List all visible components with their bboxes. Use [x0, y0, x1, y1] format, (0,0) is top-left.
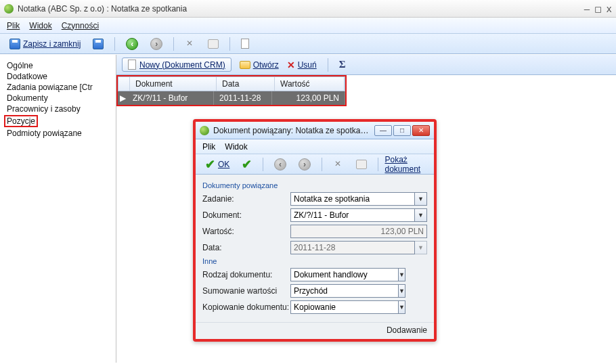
arrow-left-icon: ‹ [126, 38, 138, 50]
data-input [290, 241, 415, 254]
dialog-menu-plik[interactable]: Plik [202, 142, 215, 152]
menu-czynnosci[interactable]: Czynności [62, 21, 99, 30]
close-button[interactable]: x [607, 3, 612, 14]
content: Nowy (Dokument CRM) Otwórz ✕ Usuń Σ Doku… [116, 55, 616, 363]
table-row[interactable]: ▶ ZK/?/11 - Bufor 2011-11-28 123,00 PLN [116, 91, 347, 106]
menu-plik[interactable]: Plik [7, 21, 20, 30]
col-marker [118, 77, 130, 91]
menu-widok[interactable]: Widok [29, 21, 51, 30]
arrow-right-icon: › [299, 158, 311, 170]
dialog-title: Dokument powiązany: Notatka ze spotkan..… [213, 126, 370, 135]
sidebar-item-pracownicy[interactable]: Pracownicy i zasoby [7, 104, 109, 114]
app-icon [200, 126, 209, 135]
delete-icon: ✕ [287, 60, 295, 70]
minimize-button[interactable]: — [584, 3, 590, 14]
save-close-label: Zapisz i zamknij [23, 39, 81, 49]
zadanie-input[interactable] [290, 192, 415, 206]
col-wartosc[interactable]: Wartość [275, 77, 345, 91]
sumowanie-input[interactable] [290, 284, 399, 298]
dialog-menu-widok[interactable]: Widok [225, 142, 247, 152]
col-data[interactable]: Data [217, 77, 275, 91]
tools-button[interactable] [329, 158, 348, 171]
sidebar-item-ogolne[interactable]: Ogólne [7, 60, 109, 71]
dokument-dropdown[interactable]: ▼ [415, 208, 427, 222]
label-zadanie: Zadanie: [202, 194, 290, 204]
kopiowanie-input[interactable] [290, 300, 399, 314]
row-rodzaj: Rodzaj dokumentu: ▼ [202, 268, 427, 281]
save-close-button[interactable]: Zapisz i zamknij [5, 37, 85, 51]
wartosc-input [290, 225, 427, 238]
row-marker-icon: ▶ [118, 91, 127, 105]
sum-button[interactable]: Σ [339, 59, 346, 70]
section-inne: Inne [202, 257, 427, 265]
kopiowanie-dropdown[interactable]: ▼ [399, 300, 405, 314]
separator [229, 37, 230, 51]
row-kopiowanie: Kopiowanie dokumentu: ▼ [202, 300, 427, 314]
cell-data: 2011-11-28 [214, 91, 272, 105]
zadanie-dropdown[interactable]: ▼ [415, 192, 427, 206]
separator [378, 158, 378, 171]
col-dokument[interactable]: Dokument [130, 77, 217, 91]
delete-button[interactable]: ✕ Usuń [287, 60, 317, 70]
new-document-label: Nowy (Dokument CRM) [139, 60, 225, 70]
dialog-status: Dodawanie [196, 322, 434, 339]
cell-dokument: ZK/?/11 - Bufor [127, 91, 214, 105]
folder-open-icon [240, 61, 250, 69]
separator [263, 158, 263, 171]
table-header: Dokument Data Wartość [118, 76, 345, 91]
row-dokument: Dokument: ▼ [202, 208, 427, 222]
content-toolbar: Nowy (Dokument CRM) Otwórz ✕ Usuń Σ [116, 55, 616, 75]
open-button[interactable]: Otwórz [240, 60, 279, 70]
sidebar-item-dokumenty[interactable]: Dokumenty [7, 93, 109, 104]
sidebar-item-dodatkowe[interactable]: Dodatkowe [7, 71, 109, 82]
nav-back-button[interactable]: ‹ [122, 37, 142, 51]
separator [173, 37, 174, 51]
row-wartosc: Wartość: [202, 225, 427, 238]
apply-button[interactable]: ✔ [238, 156, 256, 173]
dialog-titlebar: Dokument powiązany: Notatka ze spotkan..… [196, 122, 434, 139]
page-button[interactable] [237, 37, 253, 50]
disk-icon [93, 39, 104, 49]
label-wartosc: Wartość: [202, 227, 290, 236]
check-icon: ✔ [205, 157, 215, 172]
dialog-menubar: Plik Widok [196, 139, 434, 154]
tools-button[interactable] [181, 37, 200, 51]
label-data: Data: [202, 243, 290, 252]
printer-icon [356, 160, 367, 169]
dialog-window-controls: — □ ✕ [374, 125, 430, 136]
sumowanie-dropdown[interactable]: ▼ [399, 284, 405, 298]
save-button[interactable] [89, 37, 108, 51]
cell-wartosc: 123,00 PLN [272, 91, 345, 105]
print-button[interactable] [352, 158, 371, 170]
dokument-input[interactable] [290, 208, 415, 222]
data-dropdown: ▼ [415, 241, 427, 254]
separator [322, 158, 322, 171]
printer-icon [208, 39, 219, 49]
new-document-button[interactable]: Nowy (Dokument CRM) [122, 58, 232, 72]
maximize-button[interactable]: □ [595, 3, 600, 14]
rodzaj-dropdown[interactable]: ▼ [399, 268, 405, 281]
window-title: Notatka (ABC Sp. z o.o) : Notatka ze spo… [18, 4, 584, 14]
rodzaj-input[interactable] [290, 268, 399, 281]
page-icon [128, 60, 136, 70]
nav-forward-button: › [146, 37, 167, 51]
section-dokumenty: Dokumenty powiązane [202, 181, 427, 189]
window-controls: — □ x [584, 3, 612, 14]
sidebar-item-pozycje[interactable]: Pozycje [7, 114, 109, 128]
label-dokument: Dokument: [202, 210, 290, 220]
tools-icon [185, 39, 196, 49]
sidebar-item-podmioty[interactable]: Podmioty powiązane [7, 128, 109, 139]
ok-button[interactable]: ✔ OK [201, 156, 234, 173]
label-sumowanie: Sumowanie wartości [202, 286, 290, 296]
print-button[interactable] [204, 38, 223, 50]
show-document-link[interactable]: Pokaż dokument [385, 155, 428, 174]
dialog-minimize-button[interactable]: — [374, 125, 392, 136]
documents-table: Dokument Data Wartość ▶ ZK/?/11 - Bufor … [116, 75, 347, 106]
sidebar-item-zadania[interactable]: Zadania powiązane [Ctr [7, 82, 109, 93]
separator [328, 58, 328, 72]
dialog-close-button[interactable]: ✕ [412, 125, 430, 136]
dialog-maximize-button[interactable]: □ [393, 125, 411, 136]
app-icon [4, 4, 14, 14]
row-zadanie: Zadanie: ▼ [202, 192, 427, 206]
menubar: Plik Widok Czynności [0, 18, 616, 34]
